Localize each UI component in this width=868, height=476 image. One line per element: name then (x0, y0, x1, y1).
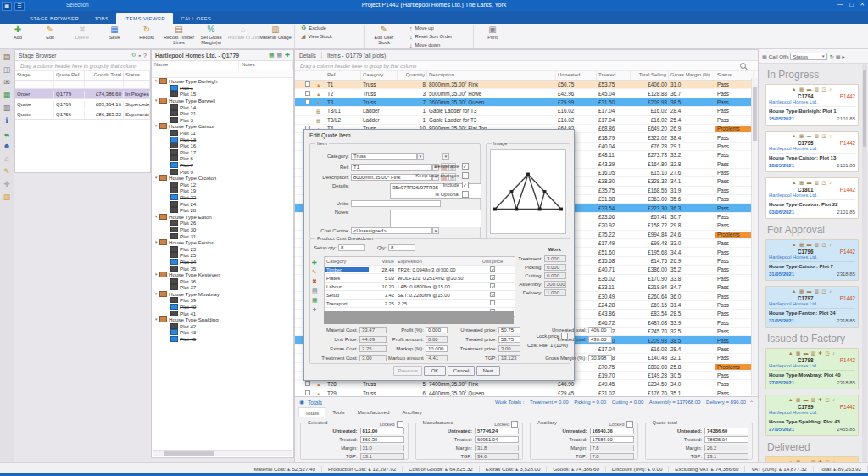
ribbon-button[interactable]: ✎ Edit (34, 24, 66, 49)
collapse-icon[interactable]: ◉ (299, 399, 304, 406)
locked-checkbox[interactable] (511, 421, 518, 428)
ribbon-button[interactable] (364, 25, 365, 48)
setup-qty-field[interactable]: 8 (338, 244, 365, 251)
stage-grid-filter-row[interactable] (15, 81, 150, 89)
money-value[interactable]: 13.123 (498, 355, 520, 361)
category-select[interactable]: Truss (351, 153, 417, 160)
units-field[interactable] (351, 200, 441, 207)
treated-total-field[interactable]: 78635.04 (704, 436, 748, 443)
treated-total-field[interactable]: 17684.00 (590, 436, 634, 443)
tree-row[interactable]: ▼ Plot 28 (152, 207, 293, 214)
tree-row[interactable]: ▼ House Type Spalding (152, 316, 293, 323)
item-checkbox[interactable] (305, 81, 310, 87)
add-icon[interactable]: ✚ (3, 180, 10, 188)
tree-row[interactable]: ▼ Plot 41 (152, 310, 293, 316)
edit-icon[interactable]: ✎ (3, 167, 10, 176)
pin-icon[interactable]: ▪ (139, 53, 141, 59)
add-cost-line-icon[interactable]: ✚ (312, 260, 318, 266)
lock-price-checkbox[interactable] (561, 333, 568, 339)
call-off-card[interactable]: ▲ ▦ ▬ ▥ ◳ ♪ C1794 P1442 Hartlepool Homes… (765, 84, 859, 126)
totals-tab[interactable]: Tools (326, 407, 350, 417)
tree-row[interactable]: ▼ Plot 25 (152, 252, 293, 259)
locked-checkbox[interactable] (397, 421, 403, 428)
call-off-card[interactable]: ▲ ▦ ▬ ▥ ◳ ♪ C1797 P1442 Hartlepool Homes… (765, 286, 859, 328)
dialog-checkbox[interactable] (462, 163, 469, 170)
untreated-total-field[interactable]: 74386.60 (704, 428, 748, 434)
grid-icon[interactable]: ▦ (277, 52, 283, 59)
stage-row[interactable]: Quote Q1769 £83,364.16 Superceded (15, 99, 150, 109)
previous-button[interactable]: Previous (393, 366, 422, 376)
tree-row[interactable]: ▼ Plot 19 (152, 188, 293, 194)
notes-textarea[interactable] (390, 210, 481, 227)
tree-filter-row[interactable] (152, 70, 293, 78)
projects-icon[interactable]: ▤ (3, 53, 11, 61)
money-value[interactable]: 50.75 (498, 327, 520, 333)
maximize-button[interactable]: ▢ (849, 1, 854, 8)
ribbon-button[interactable]: ♻ Exclude (298, 24, 362, 32)
ribbon-tab[interactable]: STAGE BROWSER (22, 13, 86, 24)
next-button[interactable]: Next (476, 366, 500, 376)
database-icon[interactable]: ◫ (3, 65, 11, 74)
tree-row[interactable]: ▼ House Type Fenton (152, 239, 293, 246)
call-off-card[interactable]: ▲ ▦ ▬ ▥ ◳ ♪ C1801 P1442 Hartlepool Homes… (765, 177, 859, 219)
item-row[interactable]: T1 Truss 8 8000mm,35.00° Fink £50.75 £53… (295, 81, 758, 89)
delete-cost-line-icon[interactable]: ✖ (312, 278, 318, 285)
tree-row[interactable]: ▼ Plot 11 (152, 130, 293, 137)
tree-row[interactable]: ▼ House Type Caistor (152, 123, 293, 130)
client-name[interactable]: Hartlepool Homes Ltd. (769, 363, 855, 371)
ribbon-button[interactable]: ▤ Recost Timber Lines (163, 24, 195, 49)
search-icon[interactable] (740, 63, 746, 69)
ribbon-button[interactable]: ↻ Recost (131, 24, 163, 49)
tree-row[interactable]: ▼ Plot 23 (152, 245, 293, 252)
tree-row[interactable]: ▼ Plot 9 (152, 168, 293, 175)
tree-row[interactable]: ▼ Plot 7 (152, 162, 293, 169)
money-value[interactable]: 44.09 (359, 336, 387, 343)
details-label[interactable]: Details (299, 53, 316, 59)
call-off-card[interactable]: ▲ ▦ ▬ ▥ ✚ ◳ ♪ C1798 P1442 Hartlepool Hom… (765, 348, 859, 389)
tree-row[interactable]: ▼ Plot 39 (152, 297, 293, 304)
tree-columns[interactable]: Name Notes (152, 61, 293, 70)
chat-icon[interactable]: ❠ (4, 129, 9, 137)
refresh-icon[interactable]: ↻ (829, 53, 833, 59)
totals-tab[interactable]: Ancillary (396, 407, 427, 417)
items-grid-header[interactable]: Ref Category Quantity Description Untrea… (295, 71, 758, 81)
item-checkbox[interactable] (305, 99, 310, 104)
ribbon-button[interactable]: ↑ Move up (406, 24, 470, 32)
locked-checkbox[interactable] (626, 421, 633, 428)
cost-centre-select[interactable]: <Unassigned> (351, 227, 432, 234)
tree-row[interactable]: ▼ Plot 31 (152, 232, 293, 239)
client-name[interactable]: Hartlepool Homes Ltd. (769, 193, 855, 200)
item-row[interactable]: T3 Truss 7 3600mm,35.00° Queen £29.99 £3… (295, 98, 758, 107)
chevron-down-icon[interactable]: ▼ (417, 153, 424, 160)
money-value[interactable]: 0.00 (426, 336, 448, 343)
ribbon-button[interactable] (473, 25, 474, 48)
ribbon-button[interactable]: ↓ Move down (406, 41, 470, 49)
tree-row[interactable]: ▼ Plot 42 (152, 323, 293, 330)
unit-price-checkbox[interactable] (490, 300, 495, 305)
ribbon-button[interactable]: ⌂ Allocate to Job (227, 24, 259, 49)
mail-icon[interactable]: ✉ (3, 78, 10, 87)
minimize-button[interactable]: — (837, 1, 843, 8)
item-row[interactable]: T28 Truss 5 7400mm,35.00° Fink £46.90 £4… (295, 380, 758, 389)
items-vertical-scrollbar[interactable] (751, 78, 758, 395)
expand-panel-icon[interactable]: ▸ (843, 53, 845, 59)
treated-total-field[interactable]: 60951.04 (475, 436, 519, 443)
client-name[interactable]: Hartlepool Homes Ltd. (769, 255, 855, 262)
ribbon-button[interactable]: ✚ Add (2, 24, 34, 49)
money-value[interactable]: 3.00 (498, 345, 520, 352)
ribbon-button[interactable]: ▣ Print (476, 24, 509, 49)
tree-row[interactable]: ▼ House Type Burwell (152, 98, 293, 104)
add-plot-icon[interactable]: ✚ (285, 52, 290, 59)
dialog-checkbox[interactable] (462, 172, 469, 179)
ribbon-button[interactable]: ✖ Delete (66, 24, 98, 49)
tree-row[interactable]: ▼ Plot 16 (152, 143, 293, 149)
edit-cost-line-icon[interactable]: ✎ (312, 269, 318, 276)
money-value[interactable]: 10.000 (426, 345, 448, 352)
tree-row[interactable]: ▼ House Type Eaton (152, 213, 293, 220)
item-checkbox[interactable] (305, 381, 310, 386)
treated-total-field[interactable]: 860.30 (360, 436, 404, 443)
ribbon-tab[interactable]: ITEMS VIEWER (116, 13, 173, 24)
ribbon-button[interactable]: ↕ Reset Sort Order (406, 32, 470, 41)
money-value[interactable]: 0.000 (426, 327, 448, 333)
qty-field[interactable]: 8 (388, 244, 415, 251)
